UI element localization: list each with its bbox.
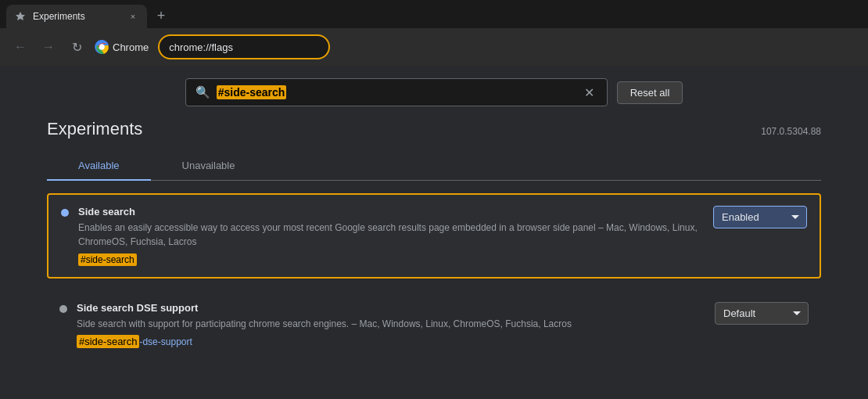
- back-button[interactable]: ←: [9, 36, 31, 58]
- flag-card-side-search: Side search Enables an easily accessible…: [47, 193, 821, 279]
- flag-control-enabled: Enabled Default Disabled: [713, 206, 807, 228]
- flag-control-default: Default Enabled Disabled: [715, 302, 809, 325]
- flag-description: Enables an easily accessible way to acce…: [78, 221, 704, 249]
- refresh-icon: ↻: [72, 40, 82, 55]
- url-text[interactable]: chrome://flags: [169, 41, 233, 53]
- flag-link[interactable]: #side-search: [78, 253, 137, 266]
- flag-content-2: Side search DSE support Side search with…: [77, 302, 705, 347]
- title-bar: Experiments × +: [0, 0, 868, 28]
- forward-icon: →: [42, 40, 55, 54]
- flag-select-side-search[interactable]: Enabled Default Disabled: [713, 206, 807, 228]
- tab-unavailable[interactable]: Unavailable: [151, 152, 267, 181]
- main-content: 🔍 #side-search ✕ Reset all Experiments 1…: [0, 66, 868, 399]
- experiments-header: Experiments 107.0.5304.88: [47, 119, 821, 139]
- search-clear-button[interactable]: ✕: [582, 84, 597, 100]
- new-tab-button[interactable]: +: [150, 5, 172, 27]
- forward-button[interactable]: →: [38, 36, 59, 58]
- flag-link-rest: -dse-support: [139, 336, 192, 347]
- search-highlight: #side-search: [217, 85, 287, 99]
- chrome-logo-icon: [94, 39, 109, 55]
- tab-available-label: Available: [78, 160, 120, 171]
- address-bar: ← → ↻ Chrome chrome://flags: [0, 28, 868, 66]
- version-text: 107.0.5304.88: [761, 126, 821, 137]
- clear-icon: ✕: [584, 85, 594, 100]
- tab-title: Experiments: [33, 11, 120, 22]
- flag-name-2: Side search DSE support: [77, 302, 705, 314]
- experiments-title: Experiments: [47, 119, 142, 139]
- flag-dot: [61, 209, 69, 217]
- flag-dot-2: [59, 305, 67, 313]
- tab-unavailable-label: Unavailable: [182, 160, 235, 171]
- flag-link-2[interactable]: #side-search-dse-support: [77, 336, 192, 347]
- chrome-home[interactable]: Chrome: [94, 39, 152, 55]
- flag-link-highlight: #side-search: [77, 335, 139, 348]
- search-value: #side-search: [217, 86, 287, 99]
- flag-card-dse-support: Side search DSE support Side search with…: [47, 291, 821, 358]
- flag-content: Side search Enables an easily accessible…: [78, 206, 704, 266]
- flag-description-2: Side search with support for participati…: [77, 317, 705, 331]
- search-container: 🔍 #side-search ✕: [185, 78, 608, 106]
- browser-tab[interactable]: Experiments ×: [6, 5, 147, 28]
- experiments-section: Experiments 107.0.5304.88 Available Unav…: [0, 119, 868, 358]
- search-icon: 🔍: [195, 85, 210, 99]
- flag-name: Side search: [78, 206, 704, 217]
- tab-favicon: [14, 10, 27, 23]
- chrome-label: Chrome: [113, 41, 149, 53]
- reset-all-button[interactable]: Reset all: [617, 81, 683, 104]
- refresh-button[interactable]: ↻: [66, 36, 88, 58]
- url-bar[interactable]: chrome://flags: [158, 34, 330, 59]
- back-icon: ←: [14, 40, 27, 54]
- flag-select-dse-support[interactable]: Default Enabled Disabled: [715, 302, 809, 325]
- tab-available[interactable]: Available: [47, 152, 151, 181]
- search-row: 🔍 #side-search ✕ Reset all: [0, 66, 868, 119]
- tabs-row: Available Unavailable: [47, 152, 821, 181]
- tab-close-button[interactable]: ×: [127, 10, 139, 23]
